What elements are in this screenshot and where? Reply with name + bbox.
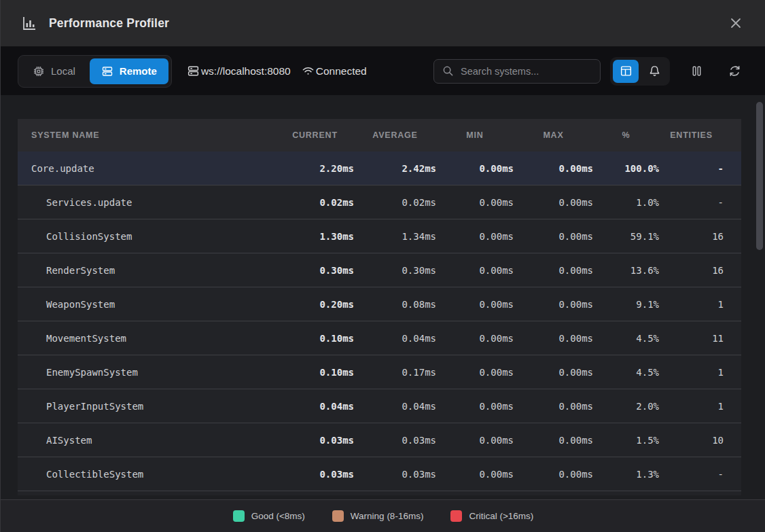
max-cell: 0.00ms [514,333,593,344]
entities-cell: 1 [659,299,724,310]
table-row[interactable]: Core.update2.20ms2.42ms0.00ms0.00ms100.0… [18,152,741,185]
percent-cell: 2.0% [593,401,659,412]
percent-cell: 1.0% [593,197,659,208]
max-cell: 0.00ms [514,163,593,174]
source-toggle: Local Remote [18,55,172,88]
max-cell: 0.00ms [514,231,593,242]
page-title: Performance Profiler [49,16,169,31]
average-cell: 0.17ms [354,367,436,378]
percent-cell: 1.3% [593,469,659,480]
close-icon[interactable] [726,13,746,33]
min-cell: 0.00ms [436,163,514,174]
system-name-cell: CollisionSystem [18,231,276,242]
current-cell: 0.10ms [276,333,354,344]
average-cell: 1.34ms [354,231,436,242]
current-cell: 2.20ms [276,163,354,174]
system-name-cell: CollectibleSystem [18,469,276,480]
column-header-percent: % [593,130,659,140]
percent-cell: 100.0% [593,163,659,174]
entities-cell: 10 [659,435,724,446]
min-cell: 0.00ms [436,367,514,378]
server-icon [187,65,200,77]
scrollbar-track[interactable] [755,101,763,495]
bar-chart-icon [21,15,37,31]
connection-status: Connected [302,65,367,77]
min-cell: 0.00ms [436,469,514,480]
entities-cell: 11 [659,333,724,344]
legend-item: Critical (>16ms) [450,510,533,522]
entities-cell: 16 [659,265,724,276]
view-toggle-group [610,57,670,86]
system-name-cell: Services.update [18,197,276,208]
current-cell: 0.02ms [276,197,354,208]
table-row[interactable]: CollectibleSystem0.03ms0.03ms0.00ms0.00m… [18,457,741,491]
max-cell: 0.00ms [514,367,593,378]
table-row[interactable]: PlayerInputSystem0.04ms0.04ms0.00ms0.00m… [18,389,741,423]
legend-label: Warning (8-16ms) [351,511,424,521]
table-row[interactable]: RenderSystem0.30ms0.30ms0.00ms0.00ms13.6… [18,253,741,287]
current-cell: 0.20ms [276,299,354,310]
min-cell: 0.00ms [436,265,514,276]
current-cell: 0.04ms [276,401,354,412]
column-header-system-name: SYSTEM NAME [18,130,276,140]
percent-cell: 13.6% [593,265,659,276]
local-button-label: Local [51,65,75,77]
legend-label: Critical (>16ms) [469,511,533,521]
remote-button[interactable]: Remote [90,58,168,84]
legend-label: Good (<8ms) [251,511,305,521]
column-header-current: CURRENT [276,130,354,140]
search-box [433,59,601,84]
legend-item: Good (<8ms) [233,510,305,522]
max-cell: 0.00ms [514,469,593,480]
system-name-cell: AISystem [18,435,276,446]
connection-status-text: Connected [316,65,367,77]
entities-cell: 1 [659,401,724,412]
current-cell: 0.10ms [276,367,354,378]
app-header: Performance Profiler [1,0,765,47]
entities-cell: - [659,197,724,208]
system-name-cell: Core.update [18,163,276,174]
column-header-max: MAX [514,130,593,140]
local-button[interactable]: Local [21,58,87,84]
table-row[interactable]: CollisionSystem1.30ms1.34ms0.00ms0.00ms5… [18,219,741,253]
main-content: SYSTEM NAME CURRENT AVERAGE MIN MAX % EN… [1,95,765,499]
wifi-icon [302,65,315,77]
percent-cell: 9.1% [593,299,659,310]
scrollbar-thumb[interactable] [756,102,763,250]
legend-swatch [332,510,344,522]
entities-cell: - [659,163,724,174]
column-header-entities: ENTITIES [659,130,724,140]
refresh-icon[interactable] [723,60,746,83]
bell-icon[interactable] [641,60,667,83]
table-row[interactable]: EnemySpawnSystem0.10ms0.17ms0.00ms0.00ms… [18,355,741,389]
legend-swatch [450,510,462,522]
system-name-cell: RenderSystem [18,265,276,276]
max-cell: 0.00ms [514,435,593,446]
current-cell: 0.30ms [276,265,354,276]
search-input[interactable] [461,66,592,77]
table-row[interactable]: Services.update0.02ms0.02ms0.00ms0.00ms1… [18,185,741,219]
table-row[interactable]: WeaponSystem0.20ms0.08ms0.00ms0.00ms9.1%… [18,287,741,321]
legend-swatch [233,510,245,522]
min-cell: 0.00ms [436,333,514,344]
remote-button-label: Remote [120,65,157,77]
average-cell: 0.03ms [354,469,436,480]
connection-info: ws://localhost:8080 Connected [187,65,367,77]
table-row[interactable]: MovementSystem0.10ms0.04ms0.00ms0.00ms4.… [18,321,741,355]
average-cell: 0.02ms [354,197,436,208]
legend-item: Warning (8-16ms) [332,510,424,522]
max-cell: 0.00ms [514,197,593,208]
table-row[interactable]: AISystem0.03ms0.03ms0.00ms0.00ms1.5%10 [18,423,741,457]
connection-url: ws://localhost:8080 [187,65,291,77]
percent-cell: 4.5% [593,367,659,378]
system-name-cell: PlayerInputSystem [18,401,276,412]
system-name-cell: EnemySpawnSystem [18,367,276,378]
table-layout-icon[interactable] [613,60,639,83]
column-header-min: MIN [436,130,514,140]
search-icon [442,65,454,77]
connection-url-text: ws://localhost:8080 [201,65,291,77]
average-cell: 0.30ms [354,265,436,276]
pause-icon[interactable] [685,60,708,83]
average-cell: 0.04ms [354,401,436,412]
current-cell: 0.03ms [276,435,354,446]
